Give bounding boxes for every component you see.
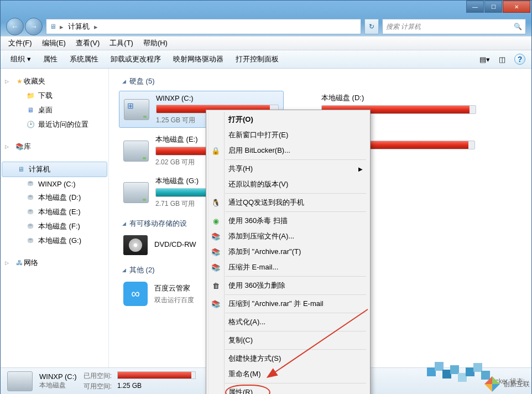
watermark-logo-icon (484, 376, 500, 392)
ctx-label: 通过QQ发送到我的手机 (228, 198, 304, 208)
ctx-create-shortcut[interactable]: 创建快捷方式(S) (225, 351, 368, 366)
sidebar-item-label: 下载 (38, 91, 53, 101)
menu-view[interactable]: 查看(V) (71, 37, 104, 49)
ctx-separator (225, 294, 366, 295)
close-button[interactable]: ✕ (503, 1, 530, 13)
sidebar-desktop[interactable]: 🖥 桌面 (1, 103, 108, 117)
ctx-label: 共享(H) (228, 164, 253, 174)
360-icon: ◉ (211, 216, 221, 226)
sidebar-network[interactable]: 🖧 网络 (1, 256, 108, 270)
toolbar-map-drive[interactable]: 映射网络驱动器 (168, 52, 229, 66)
maximize-button[interactable]: ☐ (484, 1, 502, 13)
ctx-rename[interactable]: 重命名(M) (225, 366, 368, 382)
computer-icon: 🖥 (49, 22, 58, 31)
sidebar-downloads[interactable]: 📁 下载 (1, 89, 108, 103)
status-free-label: 可用空间: (84, 382, 112, 391)
ctx-bitlocker[interactable]: 🔒 启用 BitLocker(B)... (225, 143, 368, 158)
ctx-separator (225, 349, 366, 350)
drive-icon: ⛃ (26, 222, 35, 231)
ctx-qq-send[interactable]: 🐧 通过QQ发送到我的手机 (225, 195, 368, 210)
minimize-button[interactable]: — (466, 1, 484, 13)
sidebar-item-label: 本地磁盘 (E:) (38, 207, 81, 217)
toolbar-system-properties[interactable]: 系统属性 (64, 52, 104, 66)
ctx-label: 添加到压缩文件(A)... (228, 231, 294, 241)
ctx-separator (225, 383, 366, 383)
ctx-open[interactable]: 打开(O) (225, 112, 368, 127)
menu-tools[interactable]: 工具(T) (105, 37, 138, 49)
view-mode-button[interactable]: ▤▾ (477, 52, 492, 66)
nav-forward-button[interactable]: → (25, 18, 43, 35)
ctx-add-archive[interactable]: 📚 添加到压缩文件(A)... (225, 229, 368, 244)
menu-file[interactable]: 文件(F) (4, 37, 36, 49)
ctx-compress-archive-email[interactable]: 📚 压缩到 "Archive.rar" 并 E-mail (225, 296, 368, 312)
preview-pane-button[interactable]: ◫ (495, 52, 509, 66)
ctx-properties[interactable]: 属性(R) (225, 385, 270, 394)
breadcrumb[interactable]: 🖥 ▸ 计算机 ▸ (46, 19, 361, 34)
menu-help[interactable]: 帮助(H) (139, 37, 172, 49)
status-subtitle: 本地磁盘 (39, 381, 77, 390)
sidebar-favorites[interactable]: ★ 收藏夹 (1, 74, 108, 89)
address-bar: ← → 🖥 ▸ 计算机 ▸ ↻ 搜索 计算机 🔍 (1, 17, 531, 36)
360-delete-icon: 🗑 (211, 281, 221, 291)
ctx-separator (225, 159, 366, 160)
sidebar-computer[interactable]: 🖥 计算机 (2, 162, 107, 177)
sidebar-item-label: 网络 (24, 258, 38, 268)
sidebar-drive-g[interactable]: ⛃ 本地磁盘 (G:) (1, 234, 108, 248)
section-label: 其他 (2) (129, 265, 155, 275)
sidebar-item-label: 桌面 (38, 105, 53, 115)
sidebar-favorites-label: 收藏夹 (24, 76, 45, 86)
watermark: 创新互联 (484, 376, 530, 392)
sidebar-recent[interactable]: 🕑 最近访问的位置 (1, 117, 108, 132)
sidebar-drive-f[interactable]: ⛃ 本地磁盘 (F:) (1, 219, 108, 234)
status-used-bar (117, 371, 196, 379)
sidebar-item-label: 库 (24, 142, 31, 152)
toolbar-uninstall[interactable]: 卸载或更改程序 (105, 52, 166, 66)
ctx-label: 启用 BitLocker(B)... (228, 146, 290, 155)
sidebar-drive-d[interactable]: ⛃ 本地磁盘 (D:) (1, 190, 108, 205)
status-free-value: 1.25 GB (117, 382, 196, 391)
ctx-360-scan[interactable]: ◉ 使用 360杀毒 扫描 (225, 213, 368, 229)
drive-icon: ⛃ (26, 208, 35, 216)
folder-icon: 📁 (26, 91, 35, 100)
sidebar-drive-c[interactable]: ⛃ WINXP (C:) (1, 177, 108, 190)
ctx-compress-email[interactable]: 📚 压缩并 E-mail... (225, 260, 368, 275)
ctx-separator (225, 276, 366, 277)
context-menu: 打开(O) 在新窗口中打开(E) 🔒 启用 BitLocker(B)... 共享… (206, 110, 371, 394)
breadcrumb-computer[interactable]: 计算机 (66, 22, 92, 32)
toolbar-properties[interactable]: 属性 (38, 52, 63, 66)
ctx-add-archive-rar[interactable]: 📚 添加到 "Archive.rar"(T) (225, 244, 368, 260)
ctx-restore-versions[interactable]: 还原以前的版本(V) (225, 177, 368, 192)
help-button[interactable]: ? (513, 52, 527, 66)
ctx-360-force-delete[interactable]: 🗑 使用 360强力删除 (225, 278, 368, 293)
search-input[interactable]: 搜索 计算机 🔍 (382, 19, 526, 34)
section-hard-disks[interactable]: 硬盘 (5) (119, 73, 521, 91)
dvd-icon (123, 235, 148, 255)
ctx-label: 压缩到 "Archive.rar" 并 E-mail (228, 299, 324, 309)
sidebar-libraries[interactable]: 📚 库 (1, 139, 108, 154)
ctx-copy[interactable]: 复制(C) (225, 333, 368, 348)
ctx-label: 添加到 "Archive.rar"(T) (228, 247, 301, 257)
network-icon: 🖧 (15, 258, 24, 267)
sidebar-item-label: 本地磁盘 (D:) (38, 193, 81, 203)
star-icon: ★ (15, 77, 24, 86)
watermark-text: 创新互联 (503, 380, 530, 389)
ctx-separator (225, 193, 366, 194)
breadcrumb-sep: ▸ (94, 23, 98, 31)
drive-icon (123, 141, 149, 162)
drive-name: 本地磁盘 (D:) (321, 93, 476, 103)
ctx-share[interactable]: 共享(H) ▶ (225, 161, 368, 177)
drive-icon: ⛃ (26, 179, 35, 188)
nav-back-button[interactable]: ← (6, 18, 24, 35)
drive-icon (123, 182, 149, 203)
toolbar-organize[interactable]: 组织 ▾ (5, 52, 36, 66)
refresh-button[interactable]: ↻ (364, 19, 379, 34)
ctx-format[interactable]: 格式化(A)... (225, 314, 368, 330)
winrar-icon: 📚 (211, 247, 221, 257)
ctx-separator (225, 331, 366, 331)
menu-edit[interactable]: 编辑(E) (38, 37, 70, 49)
toolbar-control-panel[interactable]: 打开控制面板 (230, 52, 284, 66)
ctx-open-new-window[interactable]: 在新窗口中打开(E) (225, 127, 368, 143)
sidebar-item-label: 本地磁盘 (F:) (38, 221, 80, 231)
breadcrumb-sep: ▸ (60, 23, 64, 31)
sidebar-drive-e[interactable]: ⛃ 本地磁盘 (E:) (1, 205, 108, 219)
